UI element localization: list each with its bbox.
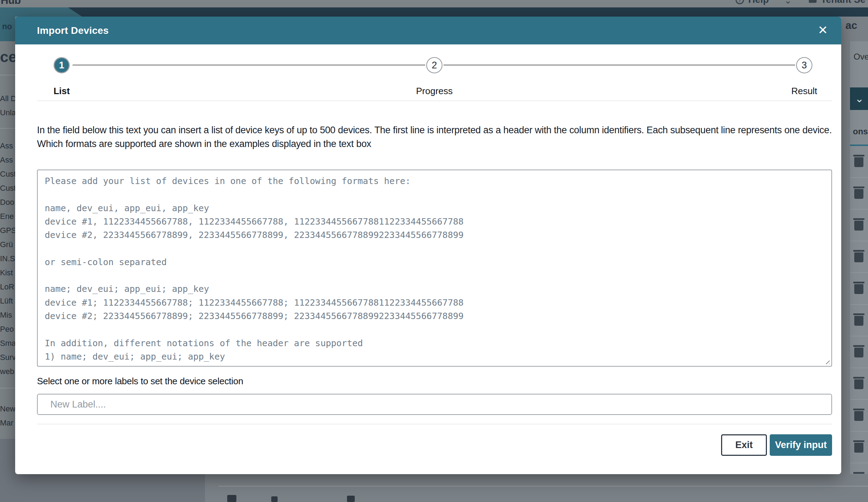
- sidebar: ce All DUnla AssAssCustCustDooEneGPSGrüI…: [0, 41, 15, 439]
- step-3-circle: 3: [796, 57, 812, 73]
- sidebar-group-devices: All DUnla: [0, 93, 15, 121]
- divider: [37, 100, 832, 101]
- modal-title: Import Devices: [37, 25, 109, 36]
- device-table-edge: Ove ⌄ ons: [850, 41, 868, 474]
- trash-icon: [854, 221, 863, 231]
- table-header-fragment: ons: [853, 127, 868, 136]
- checkbox-icon: [227, 495, 236, 502]
- table-row: [850, 178, 868, 209]
- new-label-input[interactable]: [37, 394, 832, 415]
- sidebar-item: Grü: [0, 239, 15, 253]
- sidebar-group-labels: AssAssCustCustDooEneGPSGrüIN.SKistLoRLüf…: [0, 140, 15, 380]
- trash-icon: [854, 411, 863, 421]
- divider: [37, 424, 832, 424]
- sidebar-item: Peo: [0, 323, 15, 337]
- sidebar-section-label: no: [2, 22, 15, 31]
- sidebar-item: Mis: [0, 309, 15, 323]
- sidebar-item: Unla: [0, 107, 15, 121]
- table-row: [850, 463, 868, 474]
- table-row: [850, 431, 868, 463]
- sidebar-item: Sma: [0, 337, 15, 351]
- sidebar-item: Kist: [0, 267, 15, 281]
- sidebar-item: Lüft: [0, 295, 15, 309]
- trash-icon: [854, 252, 863, 262]
- close-icon[interactable]: ✕: [818, 22, 828, 38]
- step-connector: [444, 65, 795, 66]
- app-brand-logo: Hub: [1, 0, 21, 6]
- divider: [0, 128, 15, 129]
- sidebar-item: web: [0, 366, 15, 380]
- table-row: [850, 241, 868, 273]
- device-table-rows: [850, 146, 868, 474]
- table-row: [850, 305, 868, 336]
- trash-icon: [854, 189, 863, 199]
- page-title-fragment: ac: [845, 19, 857, 31]
- sidebar-item: Doo: [0, 196, 15, 210]
- import-instructions: In the field below this text you can ins…: [37, 123, 832, 151]
- sidebar-item: Cust: [0, 168, 15, 182]
- import-devices-modal: Import Devices ✕ 1 2 3 List Progress Res…: [15, 17, 841, 474]
- trash-icon: [854, 157, 863, 167]
- sidebar-item: Surv: [0, 351, 15, 366]
- trash-icon: [854, 348, 863, 357]
- exit-button[interactable]: Exit: [721, 434, 767, 456]
- labels-hint: Select one or more labels to set the dev…: [37, 376, 243, 387]
- sidebar-footer: [0, 439, 15, 474]
- sidebar-item: IN.S: [0, 253, 15, 267]
- background-panel-left: [0, 474, 205, 502]
- sidebar-heading: ce: [0, 48, 15, 66]
- clipped-icon: [271, 496, 278, 502]
- sidebar-item: Ass: [0, 140, 15, 154]
- step-2-label: Progress: [416, 86, 453, 97]
- sidebar-item: Ass: [0, 154, 15, 168]
- background-content-bottom: [205, 474, 868, 502]
- table-row: [850, 400, 868, 431]
- divider: [0, 75, 15, 75]
- table-row: [850, 209, 868, 241]
- chevron-down-icon: ⌄: [855, 92, 864, 105]
- divider: [0, 388, 15, 388]
- step-2-circle: 2: [426, 57, 442, 73]
- sidebar-group-actions: NewMar: [0, 403, 15, 431]
- sidebar-active-section: no: [0, 17, 15, 41]
- step-1-label: List: [54, 86, 70, 97]
- sidebar-item: Ene: [0, 210, 15, 225]
- trash-icon: [854, 379, 863, 389]
- table-row: [850, 336, 868, 368]
- pencil-icon: [347, 496, 355, 502]
- background-content-right: ac Ove ⌄ ons: [841, 17, 868, 474]
- step-3-label: Result: [791, 86, 817, 97]
- step-connector: [73, 65, 425, 66]
- modal-header: Import Devices ✕: [15, 17, 841, 44]
- app-tab-bar: [0, 7, 868, 17]
- sidebar-item: Mar: [0, 417, 15, 431]
- dropdown-button: ⌄: [850, 87, 868, 110]
- trash-icon: [854, 284, 863, 294]
- sidebar-item: All D: [0, 93, 15, 107]
- tenant-icon: [809, 0, 817, 3]
- sidebar-item: Cust: [0, 182, 15, 196]
- app-top-bar: Hub ? Help ⌄ Tenant Se: [0, 0, 868, 7]
- sidebar-item: LoR: [0, 281, 15, 295]
- table-row: [850, 273, 868, 305]
- trash-icon: [854, 316, 863, 326]
- step-1-circle: 1: [54, 57, 70, 73]
- chevron-down-icon: ⌄: [784, 0, 792, 6]
- sidebar-item: New: [0, 403, 15, 417]
- table-row: [850, 368, 868, 400]
- trash-icon: [854, 443, 863, 453]
- divider: [218, 486, 868, 486]
- device-list-textarea[interactable]: Please add your list of devices in one o…: [37, 170, 832, 367]
- table-row: [850, 146, 868, 178]
- verify-input-button[interactable]: Verify input: [770, 434, 832, 456]
- overview-link-fragment: Ove: [854, 52, 868, 62]
- help-menu: Help: [748, 0, 769, 5]
- sidebar-item: GPS: [0, 225, 15, 239]
- help-icon: ?: [736, 0, 744, 4]
- tenant-menu: Tenant Se: [821, 0, 868, 5]
